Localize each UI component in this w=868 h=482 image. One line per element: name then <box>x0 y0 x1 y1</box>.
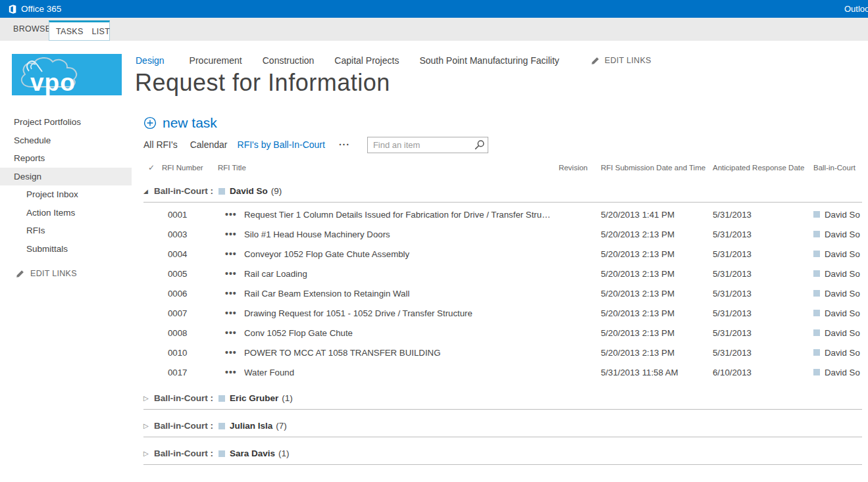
sidebar-item-project-inbox[interactable]: Project Inbox <box>0 185 132 204</box>
row-menu-ellipsis[interactable]: ••• <box>225 209 244 220</box>
row-menu-ellipsis[interactable]: ••• <box>225 249 244 259</box>
header-anticipated-date[interactable]: Anticipated Response Date <box>706 164 807 172</box>
sidebar-item-submittals[interactable]: Submittals <box>0 240 132 258</box>
collapse-group-icon[interactable]: ◢ <box>143 188 152 195</box>
search-icon[interactable] <box>474 139 485 153</box>
rfi-title-link[interactable]: Conveyor 1052 Flop Gate Chute Assembly <box>244 249 552 259</box>
row-menu-ellipsis[interactable]: ••• <box>225 308 244 318</box>
table-row[interactable]: 0007 ••• Drawing Request for 1051 - 1052… <box>143 303 862 323</box>
new-task-button[interactable]: new task <box>143 115 217 131</box>
outlook-link[interactable]: Outlook <box>844 0 868 18</box>
submission-date: 5/20/2013 2:13 PM <box>594 229 706 239</box>
rfi-number[interactable]: 0003 <box>162 229 225 239</box>
sidebar: vpo Project Portfolios Schedule Reports … <box>0 41 132 482</box>
vpo-logo[interactable]: vpo <box>12 54 122 95</box>
topnav-construction[interactable]: Construction <box>263 55 315 66</box>
header-revision[interactable]: Revision <box>552 164 594 172</box>
ribbon-tab-list[interactable]: LIST <box>92 27 111 36</box>
rfi-number[interactable]: 0007 <box>162 308 225 318</box>
search-box <box>367 137 488 153</box>
row-menu-ellipsis[interactable]: ••• <box>225 288 244 299</box>
topnav-south-point[interactable]: South Point Manufacturing Facility <box>419 55 559 66</box>
rfi-number[interactable]: 0004 <box>162 249 225 259</box>
table-row[interactable]: 0017 ••• Water Found 5/31/2013 11:58 AM … <box>143 362 862 382</box>
sidebar-item-rfis[interactable]: RFIs <box>0 222 132 240</box>
row-menu-ellipsis[interactable]: ••• <box>225 367 244 377</box>
ribbon-tab-browse[interactable]: BROWSE <box>13 18 51 41</box>
ball-in-court-cell: David So <box>807 210 862 220</box>
table-row[interactable]: 0008 ••• Conv 1052 Flop Gate Chute 5/20/… <box>143 323 862 343</box>
submission-date: 5/20/2013 2:13 PM <box>594 249 706 259</box>
row-menu-ellipsis[interactable]: ••• <box>225 327 244 338</box>
row-menu-ellipsis[interactable]: ••• <box>225 268 244 279</box>
group-header-david-so[interactable]: ◢ Ball-in-Court : David So (9) <box>143 183 862 203</box>
table-row[interactable]: 0004 ••• Conveyor 1052 Flop Gate Chute A… <box>143 244 862 264</box>
presence-indicator <box>813 310 820 316</box>
group-label: Ball-in-Court : <box>154 421 213 431</box>
group-header-eric-gruber[interactable]: ▷ Ball-in-Court : Eric Gruber (1) <box>143 393 862 410</box>
table-row[interactable]: 0005 ••• Rail car Loading 5/20/2013 2:13… <box>143 264 862 283</box>
rfi-title-link[interactable]: Silo #1 Head House Machinery Doors <box>244 229 552 239</box>
header-rfi-title[interactable]: RFI Title <box>218 164 552 172</box>
row-menu-ellipsis[interactable]: ••• <box>225 347 244 358</box>
table-row[interactable]: 0003 ••• Silo #1 Head House Machinery Do… <box>143 224 862 244</box>
expand-group-icon[interactable]: ▷ <box>143 450 152 457</box>
ball-in-court-name: David So <box>825 308 860 318</box>
topnav-edit-links[interactable]: EDIT LINKS <box>591 56 651 65</box>
view-calendar[interactable]: Calendar <box>190 139 228 150</box>
table-header-row: ✓ RFI Number RFI Title Revision RFI Subm… <box>143 160 862 175</box>
presence-indicator <box>813 329 820 336</box>
group-header-julian-isla[interactable]: ▷ Ball-in-Court : Julian Isla (7) <box>143 421 862 437</box>
table-row[interactable]: 0010 ••• POWER TO MCC AT 1058 TRANSFER B… <box>143 343 862 362</box>
ball-in-court-name: David So <box>825 229 860 239</box>
ball-in-court-name: David So <box>825 289 860 299</box>
presence-indicator <box>813 270 820 277</box>
table-row[interactable]: 0001 ••• Request Tier 1 Column Details I… <box>143 205 862 224</box>
more-views-ellipsis[interactable]: ··· <box>339 139 350 150</box>
header-submission-date[interactable]: RFI Submission Date and Time <box>594 164 706 172</box>
rfi-number[interactable]: 0005 <box>162 269 225 279</box>
group-header-sara-davis[interactable]: ▷ Ball-in-Court : Sara Davis (1) <box>143 448 862 465</box>
group-count: (1) <box>282 393 293 403</box>
group-name: Sara Davis <box>230 448 275 458</box>
group-count: (1) <box>278 448 290 458</box>
expand-group-icon[interactable]: ▷ <box>143 395 152 402</box>
sidebar-nav: Project Portfolios Schedule Reports Desi… <box>0 113 132 258</box>
rfi-title-link[interactable]: Water Found <box>244 368 552 377</box>
rfi-title-link[interactable]: Rail car Loading <box>244 269 552 279</box>
sidebar-item-reports[interactable]: Reports <box>0 149 132 168</box>
rfi-number[interactable]: 0010 <box>162 348 225 358</box>
rfi-list: ✓ RFI Number RFI Title Revision RFI Subm… <box>143 160 862 465</box>
rfi-title-link[interactable]: Conv 1052 Flop Gate Chute <box>244 328 552 338</box>
topnav-procurement[interactable]: Procurement <box>190 55 242 66</box>
rfi-number[interactable]: 0008 <box>162 328 225 338</box>
expand-group-icon[interactable]: ▷ <box>143 422 152 429</box>
rfi-title-link[interactable]: Drawing Request for 1051 - 1052 Drive / … <box>244 308 552 318</box>
sidebar-item-schedule[interactable]: Schedule <box>0 132 132 150</box>
header-rfi-number[interactable]: RFI Number <box>162 164 218 172</box>
select-all-checkmark-icon[interactable]: ✓ <box>143 163 162 172</box>
view-rfis-by-ball-in-court[interactable]: RFI's by Ball-In-Court <box>238 139 325 150</box>
sidebar-item-project-portfolios[interactable]: Project Portfolios <box>0 113 132 132</box>
view-selector-bar: All RFI's Calendar RFI's by Ball-In-Cour… <box>143 136 488 153</box>
office365-brand[interactable]: Office 365 <box>7 0 61 18</box>
view-all-rfis[interactable]: All RFI's <box>143 139 178 150</box>
rfi-title-link[interactable]: Rail Car Beam Extension to Retaingin Wal… <box>244 289 552 299</box>
sidebar-edit-links[interactable]: EDIT LINKS <box>16 269 77 278</box>
sidebar-item-design[interactable]: Design <box>0 168 132 186</box>
row-menu-ellipsis[interactable]: ••• <box>225 229 244 239</box>
rfi-title-link[interactable]: Request Tier 1 Column Details Issued for… <box>244 210 552 220</box>
find-item-input[interactable] <box>367 137 488 153</box>
ribbon-tab-tasks[interactable]: TASKS <box>56 27 84 36</box>
sidebar-item-action-items[interactable]: Action Items <box>0 204 132 222</box>
rfi-number[interactable]: 0017 <box>162 368 225 377</box>
ball-in-court-cell: David So <box>807 289 862 299</box>
header-ball-in-court[interactable]: Ball-in-Court <box>807 164 862 172</box>
topnav-design[interactable]: Design <box>136 55 165 66</box>
table-row[interactable]: 0006 ••• Rail Car Beam Extension to Reta… <box>143 283 862 303</box>
topnav-capital-projects[interactable]: Capital Projects <box>334 55 399 66</box>
group-name: David So <box>230 186 268 196</box>
rfi-title-link[interactable]: POWER TO MCC AT 1058 TRANSFER BUILDING <box>244 348 552 358</box>
rfi-number[interactable]: 0006 <box>162 289 225 299</box>
rfi-number[interactable]: 0001 <box>162 210 225 220</box>
